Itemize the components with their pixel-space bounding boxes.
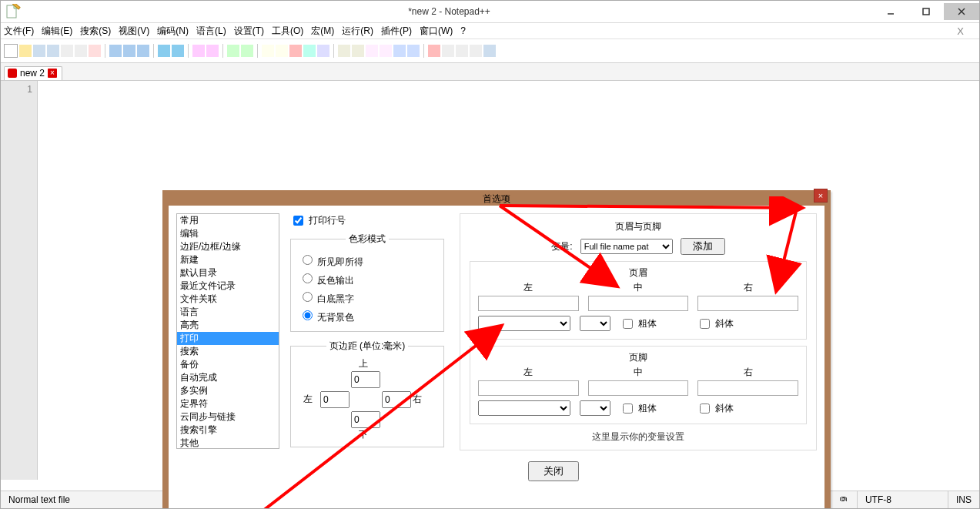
dialog-close-btn[interactable]: 关闭 bbox=[528, 461, 579, 481]
dialog-close-button[interactable]: × bbox=[814, 189, 828, 203]
tb-sync-icon[interactable] bbox=[262, 45, 274, 57]
margin-top-input[interactable] bbox=[351, 371, 380, 388]
menu-encoding[interactable]: 编码(N) bbox=[157, 25, 189, 38]
menu-edit[interactable]: 编辑(E) bbox=[42, 25, 72, 38]
tb-userlang-icon[interactable] bbox=[317, 45, 329, 57]
tb-paste-icon[interactable] bbox=[137, 45, 149, 57]
menu-settings[interactable]: 设置(T) bbox=[234, 25, 264, 38]
hdr-left-input[interactable] bbox=[478, 296, 579, 311]
ftr-italic-checkbox[interactable]: 斜体 bbox=[697, 401, 734, 416]
variable-select[interactable]: Full file name pat bbox=[580, 239, 673, 254]
margin-bottom-input[interactable] bbox=[351, 411, 380, 428]
cat-defaultdir[interactable]: 默认目录 bbox=[177, 266, 279, 280]
tb-indent-icon[interactable] bbox=[303, 45, 316, 57]
menu-file[interactable]: 文件(F) bbox=[4, 25, 34, 38]
tb-undo-icon[interactable] bbox=[158, 45, 170, 57]
ftr-font-select[interactable] bbox=[478, 400, 570, 416]
tb-close-icon[interactable] bbox=[61, 45, 73, 57]
cat-multiinst[interactable]: 多实例 bbox=[177, 384, 279, 397]
cat-autocomplete[interactable]: 自动完成 bbox=[177, 371, 279, 384]
menu-macro[interactable]: 宏(M) bbox=[311, 25, 334, 38]
cat-language[interactable]: 语言 bbox=[177, 306, 279, 319]
ftr-center-input[interactable] bbox=[588, 380, 689, 396]
tb-closeall-icon[interactable] bbox=[75, 45, 87, 57]
tb-wrap-icon[interactable] bbox=[276, 45, 288, 57]
cat-newdoc[interactable]: 新建 bbox=[177, 253, 279, 266]
hdr-italic-checkbox[interactable]: 斜体 bbox=[697, 316, 734, 331]
cat-searchengine[interactable]: 搜索引擎 bbox=[177, 424, 279, 437]
ftr-left-input[interactable] bbox=[478, 380, 579, 396]
tb-play-icon[interactable] bbox=[456, 45, 468, 57]
tb-allchars-icon[interactable] bbox=[289, 45, 302, 57]
tb-doc-icon[interactable] bbox=[366, 45, 378, 57]
minimize-button[interactable] bbox=[873, 3, 908, 20]
tb-open-icon[interactable] bbox=[19, 45, 32, 57]
tb-fold-icon[interactable] bbox=[338, 45, 350, 57]
tab-close-icon[interactable]: × bbox=[48, 69, 57, 78]
hdr-size-select[interactable] bbox=[580, 316, 610, 331]
tb-uncomment-icon[interactable] bbox=[407, 45, 420, 57]
cm-invert[interactable]: 反色输出 bbox=[299, 271, 436, 287]
hdr-font-select[interactable] bbox=[478, 316, 570, 331]
cm-nobg[interactable]: 无背景色 bbox=[299, 308, 436, 324]
print-lineno-checkbox[interactable]: 打印行号 bbox=[290, 213, 346, 228]
margin-left-input[interactable] bbox=[320, 391, 350, 408]
category-list[interactable]: 常用 编辑 边距/边框/边缘 新建 默认目录 最近文件记录 文件关联 语言 高亮… bbox=[176, 213, 279, 449]
maximize-button[interactable] bbox=[908, 3, 944, 20]
cat-delimiter[interactable]: 定界符 bbox=[177, 397, 279, 410]
file-tab[interactable]: new 2 × bbox=[4, 66, 62, 80]
tb-saveall-icon[interactable] bbox=[47, 45, 59, 57]
tb-print-icon[interactable] bbox=[89, 45, 101, 57]
close-button[interactable] bbox=[944, 3, 979, 20]
tb-funclist-icon[interactable] bbox=[380, 45, 392, 57]
menu-tools[interactable]: 工具(O) bbox=[272, 25, 303, 38]
tb-stop-icon[interactable] bbox=[442, 45, 454, 57]
menu-language[interactable]: 语言(L) bbox=[196, 25, 226, 38]
cat-backup[interactable]: 备份 bbox=[177, 358, 279, 371]
hdr-right-input[interactable] bbox=[697, 296, 798, 311]
cm-blackwhite[interactable]: 白底黑字 bbox=[299, 290, 436, 306]
cat-misc[interactable]: 其他 bbox=[177, 437, 279, 449]
tb-new-icon[interactable] bbox=[4, 44, 18, 58]
tb-replace-icon[interactable] bbox=[206, 45, 219, 57]
tb-find-icon[interactable] bbox=[192, 45, 205, 57]
tb-record-icon[interactable] bbox=[428, 45, 440, 57]
tb-unfold-icon[interactable] bbox=[352, 45, 364, 57]
cat-margins[interactable]: 边距/边框/边缘 bbox=[177, 240, 279, 253]
menubar: 文件(F) 编辑(E) 搜索(S) 视图(V) 编码(N) 语言(L) 设置(T… bbox=[1, 23, 979, 39]
cat-fileassoc[interactable]: 文件关联 bbox=[177, 293, 279, 306]
hdr-bold-checkbox[interactable]: 粗体 bbox=[620, 316, 657, 331]
tb-savemacro-icon[interactable] bbox=[483, 45, 496, 57]
cat-recent[interactable]: 最近文件记录 bbox=[177, 280, 279, 293]
menu-search[interactable]: 搜索(S) bbox=[80, 25, 111, 38]
tb-copy-icon[interactable] bbox=[123, 45, 135, 57]
window-title: *new 2 - Notepad++ bbox=[25, 6, 873, 17]
cat-highlight[interactable]: 高亮 bbox=[177, 319, 279, 332]
cm-wysiwyg[interactable]: 所见即所得 bbox=[299, 253, 436, 269]
tb-save-icon[interactable] bbox=[33, 45, 45, 57]
tb-redo-icon[interactable] bbox=[172, 45, 184, 57]
menubar-close-icon[interactable]: X bbox=[952, 25, 968, 37]
margin-right-input[interactable] bbox=[382, 391, 411, 408]
tb-playmulti-icon[interactable] bbox=[470, 45, 482, 57]
hdr-center-input[interactable] bbox=[588, 296, 689, 311]
cat-print[interactable]: 打印 bbox=[177, 332, 279, 345]
cat-search[interactable]: 搜索 bbox=[177, 345, 279, 358]
margin-legend: 页边距 (单位:毫米) bbox=[326, 340, 409, 353]
menu-help[interactable]: ? bbox=[460, 25, 466, 36]
cat-cloud[interactable]: 云同步与链接 bbox=[177, 410, 279, 424]
menu-view[interactable]: 视图(V) bbox=[119, 25, 149, 38]
tb-zoomin-icon[interactable] bbox=[227, 45, 239, 57]
cat-general[interactable]: 常用 bbox=[177, 214, 279, 227]
ftr-size-select[interactable] bbox=[580, 400, 610, 416]
ftr-right-input[interactable] bbox=[697, 380, 798, 396]
menu-plugins[interactable]: 插件(P) bbox=[381, 25, 412, 38]
tb-zoomout-icon[interactable] bbox=[241, 45, 253, 57]
tb-comment-icon[interactable] bbox=[393, 45, 406, 57]
add-button[interactable]: 添加 bbox=[681, 238, 725, 255]
ftr-bold-checkbox[interactable]: 粗体 bbox=[620, 401, 657, 416]
menu-run[interactable]: 运行(R) bbox=[342, 25, 373, 38]
cat-edit[interactable]: 编辑 bbox=[177, 227, 279, 240]
menu-window[interactable]: 窗口(W) bbox=[420, 25, 453, 38]
tb-cut-icon[interactable] bbox=[109, 45, 122, 57]
